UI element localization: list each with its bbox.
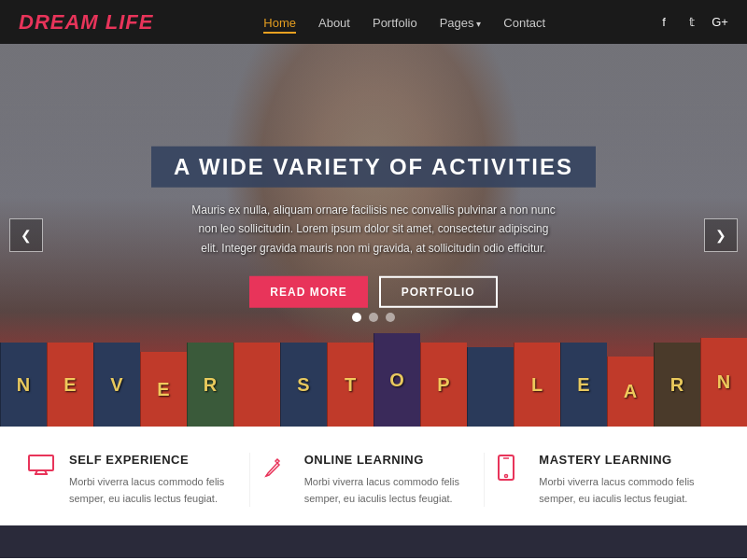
next-arrow-icon: ❯ (715, 228, 726, 243)
book-11 (467, 347, 514, 427)
svg-point-6 (505, 475, 508, 478)
slide-indicators (352, 313, 395, 322)
book-16: N (700, 338, 747, 427)
read-more-button[interactable]: READ MORE (249, 276, 367, 308)
book-14: A (607, 357, 654, 427)
svg-rect-0 (29, 455, 53, 470)
book-1: N (0, 343, 47, 427)
social-links: f 𝕥 G+ (655, 14, 728, 31)
feature-mastery-learning-desc: Morbi viverra lacus commodo felis semper… (539, 474, 706, 507)
feature-self-experience-title: SELF EXPERIENCE (69, 453, 236, 467)
nav-item-pages[interactable]: Pages (440, 14, 482, 31)
nav-item-portfolio[interactable]: Portfolio (373, 14, 417, 31)
hero-subtitle: Mauris ex nulla, aliquam ornare facilisi… (131, 201, 616, 258)
next-arrow[interactable]: ❯ (704, 218, 738, 252)
book-4: E (140, 352, 187, 427)
googleplus-icon[interactable]: G+ (712, 14, 728, 31)
book-10: P (420, 343, 467, 427)
twitter-icon[interactable]: 𝕥 (684, 14, 700, 31)
dot-3[interactable] (386, 313, 395, 322)
brand-logo[interactable]: DREAM LIFE (19, 10, 153, 35)
feature-online-learning-desc: Morbi viverra lacus commodo felis semper… (304, 474, 472, 507)
hero-title-background: A WIDE VARIETY OF ACTIVITIES (151, 147, 596, 188)
svg-rect-5 (499, 455, 514, 480)
book-5: R (187, 343, 233, 427)
features-section: SELF EXPERIENCE Morbi viverra lacus comm… (0, 427, 747, 525)
mobile-icon (498, 455, 526, 486)
hero-content: A WIDE VARIETY OF ACTIVITIES Mauris ex n… (131, 147, 616, 308)
feature-online-learning-title: ONLINE LEARNING (304, 453, 472, 467)
feature-mastery-learning: MASTERY LEARNING Morbi viverra lacus com… (485, 453, 719, 507)
bottom-dark-bar (0, 525, 747, 558)
monitor-icon (28, 455, 56, 481)
feature-mastery-learning-text: MASTERY LEARNING Morbi viverra lacus com… (539, 453, 706, 507)
portfolio-button[interactable]: PORTFOLIO (379, 276, 498, 308)
book-13: E (560, 343, 607, 427)
facebook-icon[interactable]: f (655, 14, 672, 31)
nav-item-about[interactable]: About (318, 14, 350, 31)
book-7: S (280, 343, 327, 427)
nav-menu: Home About Portfolio Pages Contact (263, 14, 545, 31)
book-2: E (47, 343, 93, 427)
feature-self-experience: SELF EXPERIENCE Morbi viverra lacus comm… (28, 453, 250, 507)
book-3: V (93, 343, 140, 427)
hero-section: ❮ ❯ A WIDE VARIETY OF ACTIVITIES Mauris … (0, 44, 747, 427)
navbar: DREAM LIFE Home About Portfolio Pages Co… (0, 0, 747, 44)
feature-self-experience-text: SELF EXPERIENCE Morbi viverra lacus comm… (69, 453, 236, 507)
hero-title: A WIDE VARIETY OF ACTIVITIES (174, 154, 573, 180)
prev-arrow-icon: ❮ (21, 228, 32, 243)
feature-self-experience-desc: Morbi viverra lacus commodo felis semper… (69, 474, 236, 507)
book-9: O (374, 333, 420, 427)
pencil-icon (263, 455, 291, 484)
prev-arrow[interactable]: ❮ (9, 218, 43, 252)
book-6 (233, 343, 280, 427)
dot-1[interactable] (352, 313, 361, 322)
book-8: T (327, 343, 374, 427)
hero-buttons: READ MORE PORTFOLIO (131, 276, 616, 308)
book-15: R (654, 343, 700, 427)
book-12: L (514, 343, 560, 427)
feature-online-learning-text: ONLINE LEARNING Morbi viverra lacus comm… (304, 453, 472, 507)
nav-item-contact[interactable]: Contact (503, 14, 545, 31)
dot-2[interactable] (369, 313, 378, 322)
feature-online-learning: ONLINE LEARNING Morbi viverra lacus comm… (250, 453, 486, 507)
books-display: N E V E R S T O P L E A R N (0, 324, 747, 427)
nav-item-home[interactable]: Home (263, 14, 296, 31)
feature-mastery-learning-title: MASTERY LEARNING (539, 453, 706, 467)
